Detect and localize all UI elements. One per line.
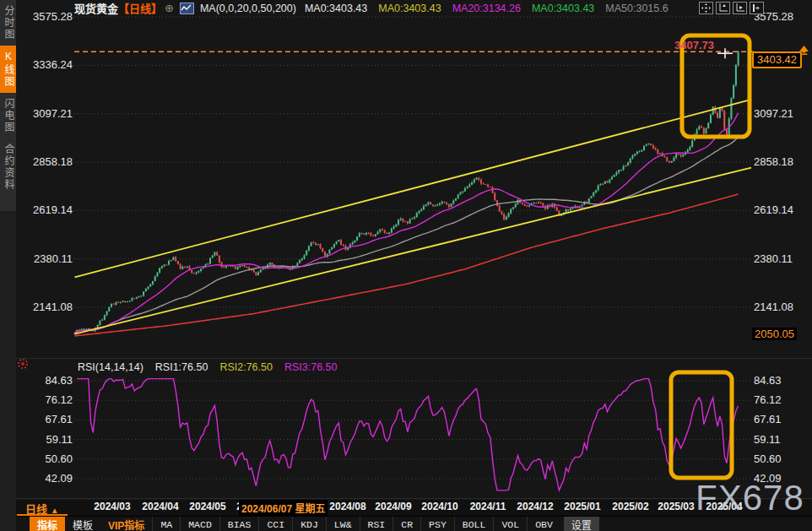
rsi-title: RSI(14,14,14)	[78, 361, 143, 373]
x-axis-label: 2025/02	[612, 501, 648, 512]
symbol-name: 现货黄金	[74, 0, 118, 16]
chart-header: 现货黄金 【日线】 ⊕ MA(0,0,20,0,50,200) MA0:3403…	[74, 1, 669, 15]
move-icon[interactable]	[699, 2, 713, 14]
rsi-legend-value-2: RSI3:76.50	[284, 361, 338, 373]
rsi-bottom-divider	[16, 498, 812, 499]
tab-BIAS[interactable]: BIAS	[219, 517, 259, 531]
tab-模板[interactable]: 模板	[65, 517, 100, 531]
axis-label: 50.60	[754, 452, 782, 465]
sidebar-item-闪电图[interactable]: 闪电图	[0, 93, 16, 138]
price-alert-arrow-icon[interactable]	[798, 43, 809, 58]
ma-legend-value-4: MA50:3015.6	[605, 3, 668, 14]
sidebar-item-分时图[interactable]: 分时图	[0, 0, 16, 46]
x-axis-label: 2024/10	[421, 501, 457, 512]
tab-MACD[interactable]: MACD	[180, 517, 219, 531]
ma-legend-value-2: MA20:3134.26	[452, 3, 521, 14]
tab-LW&[interactable]: LW&	[326, 517, 360, 531]
tab-CCI[interactable]: CCI	[258, 517, 292, 531]
x-axis-label: 2024/09	[375, 501, 411, 512]
x-axis-label: 2024/05	[189, 501, 225, 512]
date-tooltip: 2024/06/07 星期五	[239, 500, 328, 516]
x-axis-label: 2024/04	[142, 501, 178, 512]
chart-canvas[interactable]	[0, 0, 812, 531]
tab-OBV[interactable]: OBV	[527, 517, 560, 531]
axis-label: 2619.14	[754, 203, 793, 216]
axis-label: 2141.08	[754, 301, 793, 313]
sidebar-item-合约资料[interactable]: 合约资料	[0, 138, 16, 196]
mini-chart-icon[interactable]	[180, 3, 194, 14]
tab-KDJ[interactable]: KDJ	[292, 517, 326, 531]
x-axis-row: 日线 ▲ 2024/032024/042024/052024/062024/07…	[16, 500, 812, 516]
axis-label: 2858.18	[754, 155, 793, 168]
tab-指标[interactable]: 指标	[30, 517, 65, 531]
x-axis-label: 2024/12	[517, 501, 553, 512]
tab-设置[interactable]: 设置	[564, 517, 599, 531]
rsi-legend-value-0: RSI1:76.50	[155, 361, 208, 373]
sidebar-filler	[0, 211, 16, 531]
axis-scale-right-icon[interactable]	[733, 2, 747, 14]
ma-legend: MA0:3403.43MA0:3403.43MA20:3134.26MA0:34…	[302, 3, 669, 14]
axis-label: 59.11	[754, 433, 781, 446]
chart-tool-icons	[699, 2, 764, 14]
add-overlay-icon[interactable]: ⊕	[165, 2, 174, 14]
axis-label: 3097.21	[754, 107, 793, 120]
current-price-tag: 3403.42	[752, 51, 802, 68]
x-axis-label: 2025/03	[658, 501, 694, 512]
indicator-toolbar: 指标模板VIP指标MAMACDBIASCCIKDJLW&RSICRPSYBOLL…	[16, 516, 812, 531]
session-high-annotation: 3407.73	[674, 39, 714, 51]
ma-settings-label: MA(0,0,20,0,50,200)	[200, 3, 296, 14]
tab-PSY[interactable]: PSY	[420, 517, 454, 531]
pane-divider	[16, 358, 812, 359]
rsi-legend-value-1: RSI2:76.50	[219, 361, 273, 373]
axis-label: 84.63	[754, 374, 782, 387]
tab-RSI[interactable]: RSI	[360, 517, 393, 531]
watermark: FX678	[696, 478, 804, 518]
x-axis-label: 2025/01	[564, 501, 600, 512]
x-axis-label: 2024/11	[470, 501, 506, 512]
period-badge[interactable]: 【日线】	[118, 0, 162, 16]
ma-legend-value-0: MA0:3403.43	[305, 3, 367, 14]
chart-type-sidebar: 分时图K线图闪电图合约资料	[0, 0, 16, 531]
ma-legend-value-1: MA0:3403.43	[378, 3, 441, 14]
axis-label: 76.12	[754, 393, 782, 406]
alarm-flash-icon[interactable]	[17, 358, 29, 373]
axis-label: 2380.11	[754, 252, 793, 265]
tab-BOLL[interactable]: BOLL	[454, 517, 494, 531]
rsi-legend: RSI(14,14,14) RSI1:76.50RSI2:76.50RSI3:7…	[78, 361, 337, 373]
range-low-label: 2050.05	[752, 328, 797, 340]
tab-MA[interactable]: MA	[152, 517, 180, 531]
trading-app-window: 分时图K线图闪电图合约资料 现货黄金 【日线】 ⊕ MA(0,0,20,0,50…	[0, 0, 812, 531]
tab-VOL[interactable]: VOL	[493, 517, 527, 531]
tab-CR[interactable]: CR	[392, 517, 420, 531]
axis-scale-up-icon[interactable]	[716, 2, 730, 14]
x-axis-label: 2024/08	[329, 501, 365, 512]
x-axis-label: 2024/03	[94, 501, 130, 512]
ma-legend-value-3: MA0:3403.43	[532, 3, 594, 14]
pan-right-icon[interactable]	[750, 2, 764, 14]
axis-label: 67.61	[754, 413, 782, 425]
sidebar-item-K线图[interactable]: K线图	[0, 46, 16, 93]
tab-VIP指标[interactable]: VIP指标	[100, 517, 152, 531]
